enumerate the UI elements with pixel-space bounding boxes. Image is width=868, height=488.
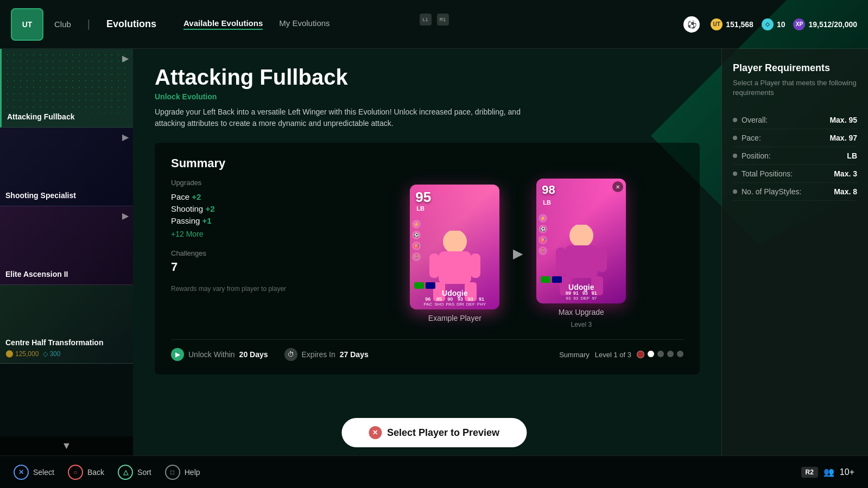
- evolution-title: Attacking Fullback: [155, 65, 700, 90]
- req-total-positions-label: Total Positions:: [733, 169, 793, 178]
- club-badge: ⚽: [683, 16, 700, 33]
- arrow-icon-3: ▶: [122, 211, 129, 221]
- select-button[interactable]: ✕ Select: [14, 465, 54, 480]
- card-stats-row-2: 9993 9193 93DEF 9197: [536, 290, 626, 301]
- example-card-rating: 95: [415, 189, 431, 206]
- max-stat-2: 9193: [573, 290, 579, 301]
- expires-in-label: Expires In: [302, 350, 335, 359]
- sidebar-item-centre-half[interactable]: Centre Half Transformation 🟡 125,000 ◇ 3…: [0, 285, 133, 364]
- sidebar-item-shooting-specialist[interactable]: ▶ Shooting Specialist: [0, 128, 133, 206]
- svg-rect-4: [429, 253, 439, 278]
- stat-sho: 85SHO: [434, 296, 443, 307]
- svg-rect-10: [556, 248, 566, 272]
- max-stat-3: 93DEF: [581, 290, 590, 301]
- summary-panel: Summary Upgrades Pace +2 Shooting +2 Pas…: [155, 143, 700, 375]
- main-content: Attacking Fullback Unlock Evolution Upgr…: [133, 49, 721, 455]
- nav-links: Club | Evolutions Available Evolutions M…: [54, 18, 683, 30]
- shooting-val: +2: [205, 204, 214, 213]
- scroll-down-button[interactable]: ▼: [0, 436, 133, 455]
- max-playstyle-icons: ⚡ ⚽ 🎯 🏃: [538, 214, 547, 255]
- expires-in-val: 27 Days: [340, 350, 369, 359]
- stat-def: 93DEF: [466, 296, 475, 307]
- req-overall-val: Max. 95: [829, 116, 857, 124]
- sidebar-item-elite-ascension[interactable]: ▶ Elite Ascension II: [0, 206, 133, 285]
- svg-point-6: [569, 225, 593, 248]
- card-stats-row-1: 96PAC 85SHO 90PAS 93DRI 93DEF 91PHY: [410, 296, 499, 307]
- example-card-position: LB: [416, 205, 425, 212]
- expires-icon: ⏱: [284, 348, 297, 361]
- sidebar-title-3: Elite Ascension II: [5, 270, 128, 279]
- max-card-position: LB: [543, 199, 551, 206]
- club-flag-1: [426, 282, 435, 289]
- level-text: Level 1 of 3: [595, 351, 631, 359]
- coin-icon: UT: [711, 18, 723, 30]
- club-flag-2: [552, 276, 562, 283]
- sidebar-title-4: Centre Half Transformation: [5, 338, 128, 347]
- nav-separator: |: [87, 18, 90, 30]
- sort-button[interactable]: △ Sort: [118, 465, 151, 480]
- req-pace: Pace: Max. 97: [733, 129, 857, 147]
- unlock-icon: ▶: [171, 348, 184, 361]
- max-card-rating: 98: [542, 183, 555, 197]
- bottom-info: ▶ Unlock Within 20 Days ⏱ Expires In 27 …: [171, 339, 683, 361]
- req-pace-val: Max. 97: [829, 134, 857, 142]
- card-flags-1: [414, 282, 435, 289]
- level-dot-2: [657, 351, 664, 357]
- sidebar-item-attacking-fullback[interactable]: ▶ Attacking Fullback: [0, 49, 133, 128]
- req-total-positions: Total Positions: Max. 3: [733, 165, 857, 183]
- people-count: 10+: [840, 467, 854, 477]
- upgrade-shooting: Shooting +2: [171, 204, 337, 213]
- select-player-button[interactable]: ✕ Select Player to Preview: [341, 418, 527, 447]
- passing-val: +1: [202, 216, 212, 225]
- xp-icon: XP: [793, 18, 805, 30]
- req-position-val: LB: [847, 151, 857, 160]
- sidebar-title-2: Shooting Specialist: [5, 191, 128, 200]
- chevron-down-icon: ▼: [62, 440, 72, 452]
- ps-icon-2: ⚽: [412, 231, 421, 239]
- stat-phy: 91PHY: [477, 296, 486, 307]
- max-card-label: Max Upgrade: [559, 308, 604, 316]
- svg-rect-5: [471, 253, 480, 278]
- nav-my-evolutions[interactable]: My Evolutions: [279, 18, 330, 30]
- country-flag-2: [541, 276, 550, 283]
- stat-dri: 93DRI: [457, 296, 464, 307]
- level-indicator: Summary Level 1 of 3: [559, 351, 683, 359]
- summary-level-label: Summary: [559, 351, 590, 359]
- svg-point-0: [443, 231, 467, 253]
- req-overall: Overall: Max. 95: [733, 111, 857, 129]
- nav-club[interactable]: Club: [54, 20, 71, 29]
- req-total-positions-val: Max. 3: [834, 169, 857, 178]
- requirements-subtitle: Select a Player that meets the following…: [733, 78, 857, 98]
- select-label: Select: [33, 468, 54, 477]
- gem-icon: ◇: [762, 18, 774, 30]
- nav-available-evolutions[interactable]: Available Evolutions: [183, 18, 263, 30]
- unlock-within-label: Unlock Within: [188, 350, 235, 359]
- svg-rect-11: [597, 248, 607, 272]
- req-position: Position: LB: [733, 147, 857, 165]
- arrow-icon-2: ▶: [122, 132, 129, 142]
- back-label: Back: [87, 468, 104, 477]
- top-nav: UT Club | Evolutions Available Evolution…: [0, 0, 868, 49]
- ps-icon-4: 🏃: [412, 252, 421, 261]
- max-ps-icon-2: ⚽: [538, 225, 547, 233]
- r1-button: R1: [437, 14, 449, 26]
- req-overall-label: Overall:: [733, 116, 768, 124]
- nav-evolutions[interactable]: Evolutions: [106, 18, 156, 30]
- max-ps-icon-1: ⚡: [538, 214, 547, 223]
- back-button[interactable]: ○ Back: [68, 465, 104, 480]
- requirements-title: Player Requirements: [733, 62, 857, 74]
- xp-display: XP 19,512/20,000: [793, 18, 857, 30]
- coins-display: UT 151,568: [711, 18, 753, 30]
- help-button[interactable]: □ Help: [165, 465, 200, 480]
- req-playstyles: No. of PlayStyles: Max. 8: [733, 183, 857, 201]
- level-dot-1: [648, 351, 654, 357]
- req-pace-label: Pace:: [733, 134, 761, 142]
- ut-logo: UT: [11, 8, 43, 41]
- level-dot-controller: [637, 351, 644, 358]
- challenges-label: Challenges: [171, 249, 337, 257]
- upgrade-pace: Pace +2: [171, 192, 337, 201]
- max-card-inner: ✕ 98 LB ⚡ ⚽ 🎯 🏃: [536, 179, 626, 303]
- gems-display: ◇ 10: [762, 18, 785, 30]
- max-ps-icon-3: 🎯: [538, 236, 547, 244]
- nav-right: ⚽ UT 151,568 ◇ 10 XP 19,512/20,000: [683, 16, 857, 33]
